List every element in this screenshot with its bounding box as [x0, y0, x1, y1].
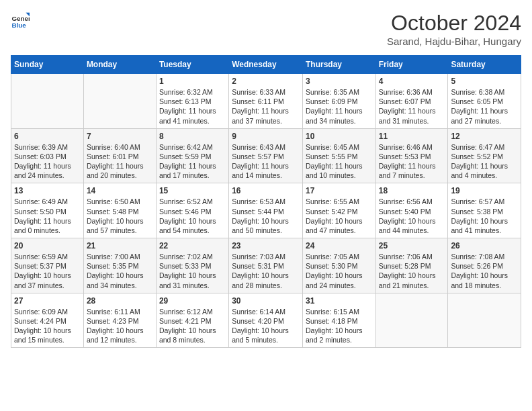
day-cell: 26Sunrise: 7:08 AM Sunset: 5:26 PM Dayli…	[448, 238, 521, 293]
day-info: Sunrise: 6:15 AM Sunset: 4:18 PM Dayligh…	[306, 307, 373, 345]
day-info: Sunrise: 6:38 AM Sunset: 6:05 PM Dayligh…	[451, 87, 518, 126]
calendar-table: Sunday Monday Tuesday Wednesday Thursday…	[11, 55, 521, 348]
day-number: 5	[451, 77, 518, 86]
day-info: Sunrise: 6:45 AM Sunset: 5:55 PM Dayligh…	[306, 142, 373, 181]
day-cell: 27Sunrise: 6:09 AM Sunset: 4:24 PM Dayli…	[11, 293, 84, 348]
day-cell: 3Sunrise: 6:35 AM Sunset: 6:09 PM Daylig…	[302, 74, 375, 129]
day-number: 25	[379, 241, 445, 250]
day-info: Sunrise: 6:40 AM Sunset: 6:01 PM Dayligh…	[87, 142, 153, 181]
day-number: 28	[87, 296, 153, 306]
day-cell: 7Sunrise: 6:40 AM Sunset: 6:01 PM Daylig…	[83, 128, 156, 183]
location-subtitle: Sarand, Hajdu-Bihar, Hungary	[387, 36, 521, 47]
day-cell: 25Sunrise: 7:06 AM Sunset: 5:28 PM Dayli…	[375, 238, 448, 293]
logo: General Blue	[11, 11, 30, 30]
day-info: Sunrise: 6:47 AM Sunset: 5:52 PM Dayligh…	[451, 142, 518, 181]
day-cell: 13Sunrise: 6:49 AM Sunset: 5:50 PM Dayli…	[11, 183, 84, 238]
day-number: 13	[14, 186, 81, 195]
day-number: 15	[159, 186, 226, 195]
day-number: 14	[87, 186, 153, 195]
day-number: 27	[14, 296, 81, 306]
day-info: Sunrise: 6:55 AM Sunset: 5:42 PM Dayligh…	[306, 197, 373, 235]
day-info: Sunrise: 7:00 AM Sunset: 5:35 PM Dayligh…	[87, 252, 153, 290]
day-cell: 5Sunrise: 6:38 AM Sunset: 6:05 PM Daylig…	[448, 74, 521, 129]
day-number: 6	[14, 132, 81, 141]
day-number: 18	[379, 186, 445, 195]
day-info: Sunrise: 6:52 AM Sunset: 5:46 PM Dayligh…	[159, 197, 226, 235]
day-number: 21	[87, 241, 153, 250]
day-number: 26	[451, 241, 518, 250]
day-cell: 24Sunrise: 7:05 AM Sunset: 5:30 PM Dayli…	[302, 238, 375, 293]
day-number: 19	[451, 186, 518, 195]
day-cell: 23Sunrise: 7:03 AM Sunset: 5:31 PM Dayli…	[229, 238, 303, 293]
day-info: Sunrise: 6:57 AM Sunset: 5:38 PM Dayligh…	[451, 197, 518, 235]
day-number: 24	[306, 241, 373, 250]
day-cell: 16Sunrise: 6:53 AM Sunset: 5:44 PM Dayli…	[229, 183, 303, 238]
day-cell: 31Sunrise: 6:15 AM Sunset: 4:18 PM Dayli…	[302, 293, 375, 348]
day-info: Sunrise: 6:59 AM Sunset: 5:37 PM Dayligh…	[14, 252, 81, 290]
day-info: Sunrise: 6:49 AM Sunset: 5:50 PM Dayligh…	[14, 197, 81, 235]
day-number: 16	[232, 186, 300, 195]
logo-icon: General Blue	[11, 11, 30, 30]
day-cell: 10Sunrise: 6:45 AM Sunset: 5:55 PM Dayli…	[302, 128, 375, 183]
week-row-3: 13Sunrise: 6:49 AM Sunset: 5:50 PM Dayli…	[11, 183, 521, 238]
day-number: 8	[159, 132, 226, 141]
day-number: 1	[159, 77, 226, 86]
day-info: Sunrise: 6:42 AM Sunset: 5:59 PM Dayligh…	[159, 142, 226, 181]
day-info: Sunrise: 7:06 AM Sunset: 5:28 PM Dayligh…	[379, 252, 445, 290]
day-cell	[83, 74, 156, 129]
day-info: Sunrise: 7:08 AM Sunset: 5:26 PM Dayligh…	[451, 252, 518, 290]
day-number: 23	[232, 241, 300, 250]
day-info: Sunrise: 6:50 AM Sunset: 5:48 PM Dayligh…	[87, 197, 153, 235]
day-cell	[11, 74, 84, 129]
week-row-4: 20Sunrise: 6:59 AM Sunset: 5:37 PM Dayli…	[11, 238, 521, 293]
day-number: 3	[306, 77, 373, 86]
day-info: Sunrise: 6:14 AM Sunset: 4:20 PM Dayligh…	[232, 307, 300, 345]
col-friday: Friday	[375, 56, 448, 74]
page-header: General Blue October 2024 Sarand, Hajdu-…	[11, 11, 521, 47]
day-cell: 19Sunrise: 6:57 AM Sunset: 5:38 PM Dayli…	[448, 183, 521, 238]
day-cell: 4Sunrise: 6:36 AM Sunset: 6:07 PM Daylig…	[375, 74, 448, 129]
day-cell: 12Sunrise: 6:47 AM Sunset: 5:52 PM Dayli…	[448, 128, 521, 183]
day-cell: 2Sunrise: 6:33 AM Sunset: 6:11 PM Daylig…	[229, 74, 303, 129]
day-number: 31	[306, 296, 373, 306]
day-info: Sunrise: 6:35 AM Sunset: 6:09 PM Dayligh…	[306, 87, 373, 126]
day-cell: 15Sunrise: 6:52 AM Sunset: 5:46 PM Dayli…	[156, 183, 228, 238]
col-wednesday: Wednesday	[229, 56, 303, 74]
day-cell	[375, 293, 448, 348]
day-cell: 11Sunrise: 6:46 AM Sunset: 5:53 PM Dayli…	[375, 128, 448, 183]
day-number: 22	[159, 241, 226, 250]
day-number: 4	[379, 77, 445, 86]
day-cell: 18Sunrise: 6:56 AM Sunset: 5:40 PM Dayli…	[375, 183, 448, 238]
day-cell: 29Sunrise: 6:12 AM Sunset: 4:21 PM Dayli…	[156, 293, 228, 348]
day-info: Sunrise: 6:36 AM Sunset: 6:07 PM Dayligh…	[379, 87, 445, 126]
col-sunday: Sunday	[11, 56, 84, 74]
day-number: 7	[87, 132, 153, 141]
day-cell: 8Sunrise: 6:42 AM Sunset: 5:59 PM Daylig…	[156, 128, 228, 183]
day-info: Sunrise: 7:02 AM Sunset: 5:33 PM Dayligh…	[159, 252, 226, 290]
day-cell: 17Sunrise: 6:55 AM Sunset: 5:42 PM Dayli…	[302, 183, 375, 238]
col-thursday: Thursday	[302, 56, 375, 74]
day-cell: 20Sunrise: 6:59 AM Sunset: 5:37 PM Dayli…	[11, 238, 84, 293]
month-title: October 2024	[387, 11, 521, 36]
svg-text:Blue: Blue	[11, 21, 26, 29]
day-info: Sunrise: 6:09 AM Sunset: 4:24 PM Dayligh…	[14, 307, 81, 345]
day-info: Sunrise: 6:11 AM Sunset: 4:23 PM Dayligh…	[87, 307, 153, 345]
day-cell: 30Sunrise: 6:14 AM Sunset: 4:20 PM Dayli…	[229, 293, 303, 348]
week-row-2: 6Sunrise: 6:39 AM Sunset: 6:03 PM Daylig…	[11, 128, 521, 183]
title-block: October 2024 Sarand, Hajdu-Bihar, Hungar…	[387, 11, 521, 47]
week-row-1: 1Sunrise: 6:32 AM Sunset: 6:13 PM Daylig…	[11, 74, 521, 129]
day-info: Sunrise: 6:39 AM Sunset: 6:03 PM Dayligh…	[14, 142, 81, 181]
day-info: Sunrise: 7:05 AM Sunset: 5:30 PM Dayligh…	[306, 252, 373, 290]
day-number: 10	[306, 132, 373, 141]
day-info: Sunrise: 6:46 AM Sunset: 5:53 PM Dayligh…	[379, 142, 445, 181]
day-cell: 21Sunrise: 7:00 AM Sunset: 5:35 PM Dayli…	[83, 238, 156, 293]
day-cell: 14Sunrise: 6:50 AM Sunset: 5:48 PM Dayli…	[83, 183, 156, 238]
day-info: Sunrise: 6:43 AM Sunset: 5:57 PM Dayligh…	[232, 142, 300, 181]
day-number: 9	[232, 132, 300, 141]
day-cell: 28Sunrise: 6:11 AM Sunset: 4:23 PM Dayli…	[83, 293, 156, 348]
calendar-header-row: Sunday Monday Tuesday Wednesday Thursday…	[11, 56, 521, 74]
day-cell: 1Sunrise: 6:32 AM Sunset: 6:13 PM Daylig…	[156, 74, 228, 129]
day-number: 17	[306, 186, 373, 195]
day-number: 11	[379, 132, 445, 141]
day-number: 12	[451, 132, 518, 141]
